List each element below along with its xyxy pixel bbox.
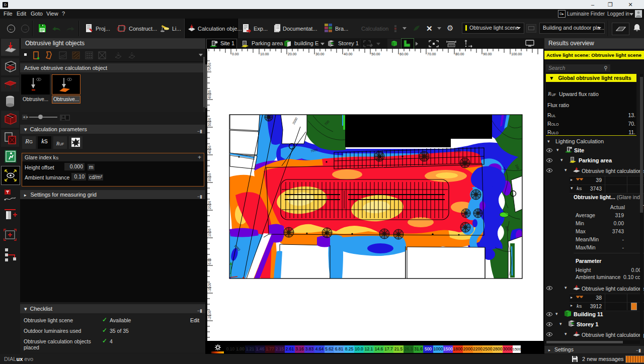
svg-text:30.00: 30.00 [208, 173, 211, 181]
svg-text:-20.00: -20.00 [208, 310, 211, 320]
svg-text:60.00: 60.00 [399, 52, 409, 56]
svg-text:30.00: 30.00 [315, 52, 325, 56]
svg-text:70.00: 70.00 [427, 52, 436, 56]
svg-text:100.00: 100.00 [511, 52, 522, 56]
svg-text:50.00: 50.00 [371, 52, 380, 56]
svg-text:1000: 1000 [454, 149, 461, 153]
svg-text:40.00: 40.00 [344, 52, 353, 56]
svg-text:10.00: 10.00 [260, 52, 269, 56]
svg-text:40.00: 40.00 [208, 145, 211, 154]
svg-text:0.00: 0.00 [232, 52, 239, 56]
svg-text:20.00: 20.00 [208, 201, 211, 209]
svg-text:60.00: 60.00 [208, 90, 211, 99]
svg-text:0.00: 0.00 [208, 258, 211, 264]
svg-text:90.00: 90.00 [483, 52, 492, 56]
svg-text:10.00: 10.00 [208, 228, 211, 237]
svg-text:-10.00: -10.00 [208, 283, 211, 292]
svg-text:50.00: 50.00 [208, 118, 211, 126]
svg-text:80.00: 80.00 [455, 52, 464, 56]
svg-text:70.00: 70.00 [208, 62, 211, 71]
svg-text:20.00: 20.00 [288, 52, 297, 56]
